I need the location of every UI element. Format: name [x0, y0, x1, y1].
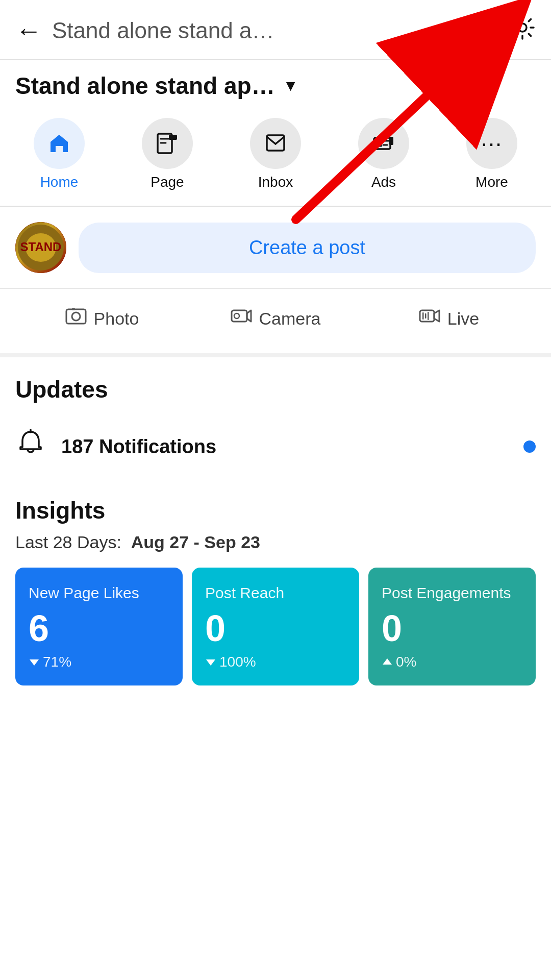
svg-rect-17 — [428, 312, 429, 320]
camera-label: Camera — [259, 309, 321, 329]
app-header: ← Stand alone stand a… — [0, 0, 551, 60]
svg-marker-22 — [383, 658, 392, 665]
new-page-likes-value: 6 — [29, 610, 169, 647]
insights-card-new-page-likes[interactable]: New Page Likes 6 71% — [15, 568, 183, 685]
nav-tabs-header: Stand alone stand ap… ▼ — [0, 60, 551, 108]
insights-card-post-engagements[interactable]: Post Engagements 0 0% — [368, 568, 536, 685]
svg-rect-12 — [72, 308, 75, 310]
nav-tabs: Home Page Inbox — [0, 108, 551, 207]
home-tab-label: Home — [40, 174, 79, 190]
insights-date-prefix: Last 28 Days: — [15, 532, 121, 552]
create-post-section: STAND Create a post — [0, 207, 551, 289]
insights-date-value: Aug 27 - Sep 23 — [131, 532, 260, 552]
svg-rect-6 — [389, 137, 393, 145]
post-reach-label: Post Reach — [205, 583, 346, 603]
inbox-tab-icon — [250, 118, 301, 169]
tab-inbox[interactable]: Inbox — [221, 113, 330, 195]
camera-button[interactable]: Camera — [189, 299, 362, 338]
camera-icon — [231, 305, 252, 332]
media-row: Photo Camera Liv — [0, 289, 551, 357]
notification-row[interactable]: 187 Notifications — [15, 415, 536, 478]
tab-more[interactable]: ··· More — [438, 113, 546, 195]
svg-text:STAND: STAND — [20, 240, 62, 254]
page-tab-icon — [142, 118, 193, 169]
tab-home[interactable]: Home — [5, 113, 113, 195]
live-button[interactable]: Live — [362, 299, 536, 338]
more-tab-icon: ··· — [466, 118, 517, 169]
insights-date-range: Last 28 Days: Aug 27 - Sep 23 — [15, 532, 536, 552]
svg-rect-16 — [425, 313, 427, 318]
post-reach-value: 0 — [205, 610, 346, 647]
svg-rect-10 — [66, 309, 86, 324]
post-engagements-change: 0% — [382, 654, 522, 670]
page-tab-label: Page — [151, 174, 184, 190]
svg-marker-20 — [30, 659, 39, 666]
more-tab-label: More — [475, 174, 508, 190]
live-label: Live — [447, 309, 479, 329]
updates-title: Updates — [15, 376, 536, 403]
photo-label: Photo — [94, 309, 139, 329]
svg-line-1 — [487, 31, 495, 39]
search-icon[interactable] — [470, 14, 497, 47]
new-page-likes-change: 71% — [29, 654, 169, 670]
new-page-likes-label: New Page Likes — [29, 583, 169, 603]
header-title: Stand alone stand a… — [52, 18, 460, 43]
insights-section: Insights Last 28 Days: Aug 27 - Sep 23 N… — [0, 478, 551, 701]
tab-ads[interactable]: Ads — [330, 113, 438, 195]
post-engagements-value: 0 — [382, 610, 522, 647]
svg-point-2 — [518, 23, 527, 32]
photo-icon — [65, 305, 87, 332]
inbox-tab-label: Inbox — [258, 174, 293, 190]
header-icons — [470, 14, 536, 47]
svg-rect-18 — [422, 312, 424, 320]
photo-button[interactable]: Photo — [15, 299, 189, 338]
post-engagements-label: Post Engagements — [382, 583, 522, 603]
svg-rect-15 — [420, 310, 434, 322]
settings-icon[interactable] — [509, 14, 536, 47]
svg-point-14 — [234, 313, 239, 318]
svg-marker-21 — [206, 659, 215, 666]
updates-section: Updates 187 Notifications — [0, 357, 551, 478]
notification-dot — [523, 440, 536, 453]
svg-rect-4 — [169, 135, 177, 140]
insights-card-post-reach[interactable]: Post Reach 0 100% — [192, 568, 359, 685]
nav-page-title: Stand alone stand ap… — [15, 72, 275, 100]
notification-icon — [15, 428, 46, 465]
create-post-button[interactable]: Create a post — [79, 223, 536, 273]
post-reach-change: 100% — [205, 654, 346, 670]
live-icon — [419, 305, 440, 332]
insights-title: Insights — [15, 497, 536, 524]
nav-dropdown-icon[interactable]: ▼ — [283, 77, 298, 94]
ads-tab-label: Ads — [371, 174, 396, 190]
back-button[interactable]: ← — [15, 17, 42, 44]
avatar: STAND — [15, 222, 66, 273]
home-tab-icon — [34, 118, 85, 169]
tab-page[interactable]: Page — [113, 113, 221, 195]
ads-tab-icon — [358, 118, 409, 169]
svg-point-11 — [72, 312, 80, 321]
insights-cards: New Page Likes 6 71% Post Reach 0 100% P… — [15, 568, 536, 685]
notification-text: 187 Notifications — [61, 436, 508, 458]
